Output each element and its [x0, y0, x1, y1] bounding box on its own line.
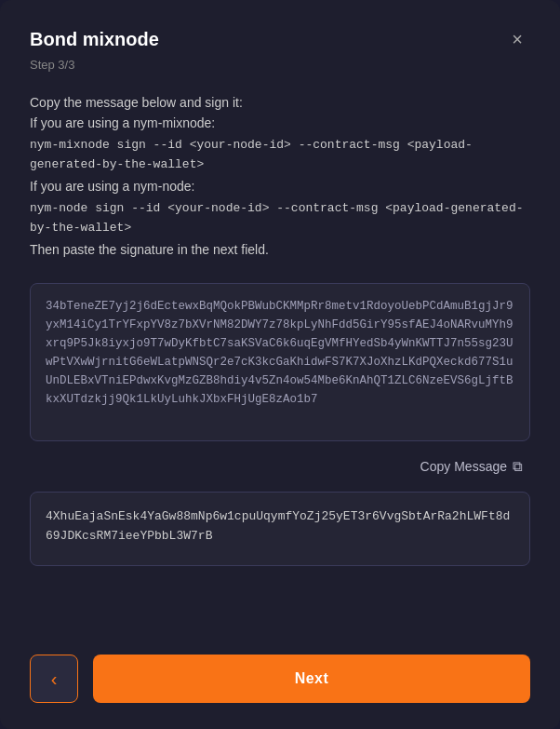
close-button[interactable]: × [504, 26, 530, 52]
next-button[interactable]: Next [93, 655, 530, 703]
copy-message-row: Copy Message ⧉ [30, 454, 530, 479]
step-indicator: Step 3/3 [30, 58, 530, 72]
copy-icon: ⧉ [513, 458, 523, 475]
message-content: 34bTeneZE7yj2j6dEctewxBqMQokPBWubCKMMpRr… [46, 300, 513, 406]
footer-buttons: ‹ Next [30, 628, 530, 703]
back-button[interactable]: ‹ [30, 655, 78, 703]
instruction-line4: Then paste the signature in the next fie… [30, 239, 530, 260]
message-scrollable-box[interactable]: 34bTeneZE7yj2j6dEctewxBqMQokPBWubCKMMpRr… [30, 283, 530, 441]
modal-header: Bond mixnode × [30, 26, 530, 52]
signature-field[interactable]: 4XhuEajaSnEsk4YaGw88mNp6w1cpuUqymfYoZj25… [30, 492, 530, 566]
code-block-1: nym-mixnode sign --id <your-node-id> --c… [30, 136, 530, 175]
instruction-line1: Copy the message below and sign it: [30, 92, 530, 113]
instruction-line3: If you are using a nym-node: [30, 176, 530, 196]
copy-message-label: Copy Message [420, 459, 507, 474]
bond-mixnode-modal: Bond mixnode × Step 3/3 Copy the message… [0, 0, 560, 729]
signature-value: 4XhuEajaSnEsk4YaGw88mNp6w1cpuUqymfYoZj25… [46, 509, 510, 543]
modal-title: Bond mixnode [30, 29, 159, 50]
copy-message-button[interactable]: Copy Message ⧉ [413, 454, 530, 479]
instruction-line2: If you are using a nym-mixnode: [30, 113, 530, 133]
code-block-2: nym-node sign --id <your-node-id> --cont… [30, 199, 530, 238]
instructions-section: Copy the message below and sign it: If y… [30, 92, 530, 261]
